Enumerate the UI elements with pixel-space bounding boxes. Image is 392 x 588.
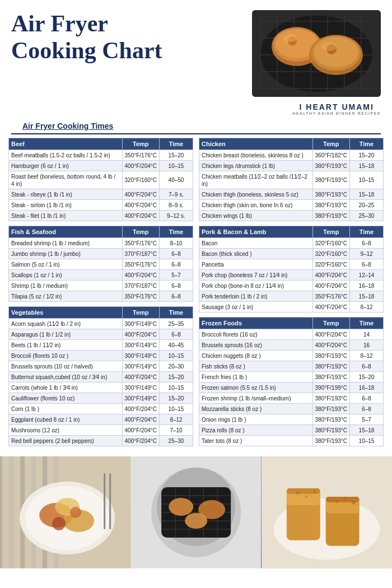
section-title-row: Air Fryer Cooking Times — [11, 118, 381, 134]
time-cell: 10–15 — [160, 404, 193, 414]
frozen-temp-header: Temp — [312, 318, 349, 329]
food-name-cell: Broccoli florets (16 oz) — [199, 329, 313, 340]
food-name-cell: Frozen shrimp (1 lb /small–medium) — [199, 393, 313, 404]
table-row: Chicken legs /drumstick (1 lb)380°F/193°… — [199, 161, 384, 171]
svg-point-23 — [321, 42, 337, 51]
pork-table: Pork & Bacon & Lamb Temp Time Bacon320°F… — [199, 226, 384, 312]
food-name-cell: Red bell peppers (2 bell peppers) — [9, 436, 123, 446]
food-name-cell: Breaded shrimp (1 lb / medium) — [9, 238, 123, 249]
pork-time-header: Time — [350, 226, 384, 238]
food-name-cell: Hamburger (6 oz / 1 in) — [9, 161, 123, 171]
svg-point-20 — [314, 37, 358, 67]
time-cell: 40–45 — [160, 340, 193, 351]
beef-time-header: Time — [160, 138, 193, 150]
time-cell: 6–8 — [350, 393, 384, 404]
temp-cell: 380°F/193°C — [312, 425, 349, 436]
time-cell: 25–35 — [160, 319, 193, 329]
table-row: Steak - sirloin (1 lb /1 in)400°F/204°C8… — [9, 200, 193, 211]
svg-point-22 — [283, 34, 297, 42]
time-cell: 6–8 — [160, 291, 193, 302]
time-cell: 25–30 — [350, 211, 384, 221]
bottom-fryer-image — [130, 456, 261, 568]
temp-cell: 300°F/149°C — [122, 382, 159, 393]
time-cell: 7–10 — [160, 425, 193, 436]
table-row: Acorn squash (11⁄2 lb / 2 in)300°F/149°C… — [9, 319, 193, 329]
fish-temp-header: Temp — [122, 226, 159, 238]
table-row: Red bell peppers (2 bell peppers)400°F/2… — [9, 436, 193, 446]
time-cell: 9–12 — [350, 249, 384, 259]
svg-point-56 — [185, 513, 207, 529]
temp-cell: 400°F/204°C — [122, 404, 159, 414]
table-row: Asparagus (1 lb / 1/2 in)400°F/204°C6–8 — [9, 329, 193, 340]
food-name-cell: Sausage (3 oz / 1 in) — [199, 302, 313, 312]
table-row: Tilapia (5 oz / 1/2 in)350°F/176°C6–8 — [9, 291, 193, 302]
frozen-table: Frozen Foods Temp Time Broccoli florets … — [199, 317, 384, 446]
temp-cell: 380°F/193°C — [312, 404, 349, 414]
time-cell: 15–18 — [350, 291, 384, 302]
temp-cell: 380°F/193°C — [312, 372, 349, 382]
time-cell: 8–12 — [350, 351, 384, 361]
beef-table: Beef Temp Time Beef meatballs (1.5-2 oz … — [8, 138, 193, 221]
food-name-cell: Fish sticks (8 oz ) — [199, 361, 313, 372]
food-name-cell: Onion rings (1 lb ) — [199, 414, 313, 425]
table-row: Fish sticks (8 oz )380°F/193°C6–8 — [199, 361, 384, 372]
temp-cell: 400°F/204°C — [122, 211, 159, 221]
table-row: Pancetta320°F/160°C6–8 — [199, 259, 384, 270]
temp-cell: 300°F/149°C — [122, 393, 159, 404]
table-row: Chicken wings (1 lb)380°F/193°C25–30 — [199, 211, 384, 221]
food-name-cell: Eggplant (cubed 8 oz / 1 in) — [9, 414, 123, 425]
temp-cell: 300°F/149°C — [122, 319, 159, 329]
bottom-food-image — [0, 456, 130, 568]
table-row: Shrimp (1 lb / medium)370°F/187°C6–8 — [9, 281, 193, 291]
food-name-cell: Tater tots (8 oz ) — [199, 436, 313, 446]
brand-subtitle: HEALTHY ASIAN DINNER RECIPES — [292, 111, 381, 115]
table-row: Jumbo shrimp (1 lb / jumbo)370°F/187°C6–… — [9, 249, 193, 259]
table-row: Mozzarella sticks (8 oz )380°F/193°C6–8 — [199, 404, 384, 414]
food-name-cell: Roast beef (boneless, bottom round, 4 lb… — [9, 171, 123, 189]
chicken-table: Chicken Temp Time Chicken breast (bonele… — [199, 138, 384, 221]
food-name-cell: Steak - sirloin (1 lb /1 in) — [9, 200, 123, 211]
table-row: Scallops (1 oz / 1 in)400°F/204°C5–7 — [9, 270, 193, 281]
temp-cell: 320°F/160°C — [312, 249, 349, 259]
table-row: Chicken nuggets (8 oz )380°F/193°C8–12 — [199, 351, 384, 361]
svg-point-38 — [70, 507, 81, 518]
table-row: Tater tots (8 oz )380°F/193°C10–15 — [199, 436, 384, 446]
fish-time-header: Time — [160, 226, 193, 238]
svg-rect-40 — [104, 473, 105, 529]
temp-cell: 400°F/204°C — [312, 340, 349, 351]
temp-cell: 380°F/193°C — [312, 361, 349, 372]
temp-cell: 300°F/149°C — [122, 340, 159, 351]
time-cell: 16–18 — [350, 281, 384, 291]
temp-cell: 400°F/204°C — [122, 372, 159, 382]
time-cell: 6–8 — [160, 281, 193, 291]
time-cell: 6–8 — [350, 238, 384, 249]
food-name-cell: Chicken thigh (skin on, bone In 6 oz) — [199, 200, 313, 211]
food-name-cell: Bacon (thick sliced ) — [199, 249, 313, 259]
food-name-cell: Chicken nuggets (8 oz ) — [199, 351, 313, 361]
table-row: Roast beef (boneless, bottom round, 4 lb… — [9, 171, 193, 189]
temp-cell: 400°F/204°C — [312, 281, 349, 291]
table-row: Brussels sprouts (10 oz / halved)300°F/1… — [9, 361, 193, 372]
time-cell: 20–30 — [160, 361, 193, 372]
time-cell: 8–10 — [160, 238, 193, 249]
food-name-cell: Beets (1 lb / 11⁄2 in) — [9, 340, 123, 351]
chicken-temp-header: Temp — [312, 138, 349, 150]
time-cell: 15–20 — [160, 372, 193, 382]
time-cell: 6–8 — [160, 329, 193, 340]
table-row: Onion rings (1 lb )380°F/193°C5–7 — [199, 414, 384, 425]
table-row: Chicken meatballs (11⁄2–2 oz balls /11⁄2… — [199, 171, 384, 189]
table-row: Salmon (5 oz / 1 in)350°F/176°C6–8 — [9, 259, 193, 270]
food-name-cell: Chicken wings (1 lb) — [199, 211, 313, 221]
frozen-category-header: Frozen Foods — [199, 318, 313, 329]
time-cell: 6–8 — [160, 259, 193, 270]
svg-point-68 — [312, 489, 316, 493]
time-cell: 12–14 — [350, 270, 384, 281]
table-row: Pork chop (bone-in 8 oz / 11⁄4 in)400°F/… — [199, 281, 384, 291]
temp-cell: 320°F/160°C — [312, 238, 349, 249]
table-row: Carrots (whole 1 lb / 3⁄4 in)300°F/149°C… — [9, 382, 193, 393]
table-row: Mushrooms (12 oz)400°F/204°C7–10 — [9, 425, 193, 436]
svg-point-67 — [305, 496, 307, 498]
food-name-cell: Broccoli (florets 10 oz ) — [9, 351, 123, 361]
temp-cell: 380°F/193°C — [312, 211, 349, 221]
table-row: Sausage (3 oz / 1 in)400°F/204°C8–12 — [199, 302, 384, 312]
